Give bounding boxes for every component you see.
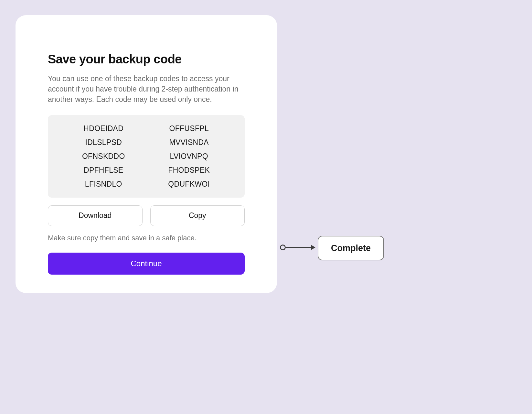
backup-code: FHODSPEK — [168, 166, 210, 175]
backup-code: OFNSKDDO — [82, 152, 125, 161]
backup-code: LVIOVNPQ — [170, 152, 208, 161]
continue-button[interactable]: Continue — [48, 253, 245, 275]
arrow-start-circle-icon — [280, 245, 286, 250]
arrow-head-icon — [311, 245, 315, 250]
arrow-line-icon — [286, 247, 312, 248]
card-description: You can use one of these backup codes to… — [48, 73, 245, 105]
backup-code: OFFUSFPL — [169, 124, 209, 133]
action-button-row: Download Copy — [48, 205, 245, 226]
backup-code: HDOEIDAD — [83, 124, 123, 133]
save-hint: Make sure copy them and save in a safe p… — [48, 234, 245, 242]
complete-state-label: Complete — [318, 236, 384, 260]
codes-column-left: HDOEIDAD IDLSLPSD OFNSKDDO DPFHFLSE LFIS… — [61, 124, 146, 189]
card-title: Save your backup code — [48, 52, 245, 66]
codes-column-right: OFFUSFPL MVVISNDA LVIOVNPQ FHODSPEK QDUF… — [146, 124, 232, 189]
download-button[interactable]: Download — [48, 205, 143, 226]
backup-codes-box: HDOEIDAD IDLSLPSD OFNSKDDO DPFHFLSE LFIS… — [48, 115, 245, 198]
backup-code: QDUFKWOI — [168, 180, 210, 189]
backup-code: LFISNDLO — [85, 180, 122, 189]
backup-code: MVVISNDA — [169, 138, 209, 147]
copy-button[interactable]: Copy — [150, 205, 245, 226]
flow-arrow — [280, 245, 315, 250]
backup-code: DPFHFLSE — [84, 166, 123, 175]
backup-code-card: Save your backup code You can use one of… — [16, 15, 277, 293]
backup-code: IDLSLPSD — [85, 138, 122, 147]
